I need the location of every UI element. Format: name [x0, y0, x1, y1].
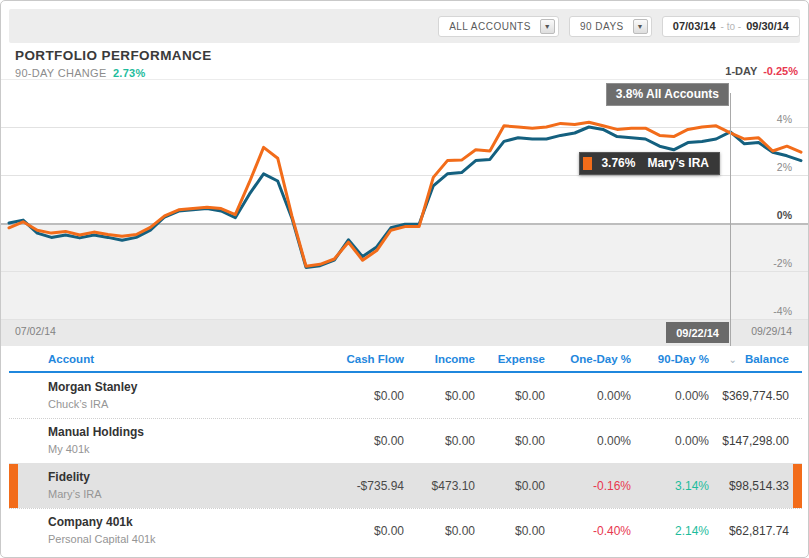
x-axis-end-date: 09/29/14: [751, 325, 792, 337]
date-range-picker[interactable]: 07/03/14 - to - 09/30/14: [662, 16, 800, 37]
account-cell: Company 401kPersonal Capital 401k: [48, 515, 324, 547]
value-cell: $0.00: [324, 389, 404, 403]
table-row[interactable]: Company 401kPersonal Capital 401k$0.00$0…: [9, 508, 802, 553]
account-name: Company 401k: [48, 515, 324, 530]
value-cell: -$735.94: [324, 479, 404, 493]
all-accounts-tooltip: 3.8% All Accounts: [606, 83, 729, 106]
account-subtitle: Mary’s IRA: [48, 487, 324, 502]
cursor-date-badge: 09/22/14: [666, 322, 729, 343]
account-cell: Morgan StanleyChuck’s IRA: [48, 380, 324, 412]
column-header-one-day-[interactable]: One-Day %: [545, 353, 631, 365]
date-to: 09/30/14: [746, 20, 789, 32]
account-name: Fidelity: [48, 470, 324, 485]
series-swatch-icon: [583, 157, 592, 170]
portfolio-performance-widget: ALL ACCOUNTS ▼ 90 DAYS ▼ 07/03/14 - to -…: [0, 0, 809, 558]
column-header-balance[interactable]: ⌄Balance: [709, 353, 789, 365]
performance-chart[interactable]: PORTFOLIO PERFORMANCE 90-DAY CHANGE 2.73…: [1, 43, 808, 346]
value-cell: $0.00: [324, 524, 404, 538]
range-dropdown-label: 90 DAYS: [580, 21, 624, 32]
marys-ira-tooltip: 3.76% Mary’s IRA: [579, 152, 720, 175]
chevron-down-icon[interactable]: ▼: [633, 19, 648, 34]
value-cell: $369,774.50: [709, 389, 789, 403]
value-cell: $0.00: [404, 524, 475, 538]
value-cell: $147,298.00: [709, 434, 789, 448]
value-cell: $98,514.33: [709, 479, 789, 493]
account-name: Manual Holdings: [48, 425, 324, 440]
value-cell: 0.00%: [631, 389, 709, 403]
account-cell: Manual HoldingsMy 401k: [48, 425, 324, 457]
value-cell: $0.00: [324, 434, 404, 448]
account-cell: FidelityMary’s IRA: [48, 470, 324, 502]
accounts-dropdown[interactable]: ALL ACCOUNTS ▼: [438, 16, 559, 37]
value-cell: -0.40%: [545, 524, 631, 538]
table-row[interactable]: Morgan StanleyChuck’s IRA$0.00$0.00$0.00…: [9, 373, 802, 418]
accounts-table: AccountCash FlowIncomeExpenseOne-Day %90…: [9, 346, 802, 553]
chart-header: PORTFOLIO PERFORMANCE 90-DAY CHANGE 2.73…: [15, 48, 212, 79]
all-accounts-tooltip-label: All Accounts: [646, 87, 719, 101]
y-axis-tick: -2%: [773, 257, 792, 270]
one-day-value: -0.25%: [763, 65, 798, 77]
sort-chevron-icon: ⌄: [729, 354, 737, 365]
toolbar: ALL ACCOUNTS ▼ 90 DAYS ▼ 07/03/14 - to -…: [9, 9, 800, 43]
table-row[interactable]: Manual HoldingsMy 401k$0.00$0.00$0.000.0…: [9, 418, 802, 463]
all-accounts-tooltip-value: 3.8%: [616, 87, 643, 101]
value-cell: $473.10: [404, 479, 475, 493]
series-line-mary-s-ira: [9, 122, 801, 266]
ninety-day-change-label: 90-DAY CHANGE: [15, 67, 107, 79]
range-dropdown[interactable]: 90 DAYS ▼: [569, 16, 652, 37]
account-name: Morgan Stanley: [48, 380, 324, 395]
value-cell: $0.00: [404, 434, 475, 448]
y-axis-tick: 0%: [777, 209, 792, 222]
value-cell: $0.00: [404, 389, 475, 403]
marys-ira-tooltip-label: Mary’s IRA: [647, 156, 709, 170]
value-cell: 3.14%: [631, 479, 709, 493]
ninety-day-change: 90-DAY CHANGE 2.73%: [15, 67, 212, 79]
value-cell: 0.00%: [631, 434, 709, 448]
column-header-expense[interactable]: Expense: [475, 353, 545, 365]
one-day-change: 1-DAY -0.25%: [725, 65, 798, 77]
chevron-down-icon[interactable]: ▼: [540, 19, 555, 34]
one-day-label: 1-DAY: [725, 65, 757, 77]
value-cell: $0.00: [475, 434, 545, 448]
accounts-dropdown-label: ALL ACCOUNTS: [449, 21, 531, 32]
value-cell: $0.00: [475, 524, 545, 538]
value-cell: 0.00%: [545, 389, 631, 403]
account-subtitle: My 401k: [48, 442, 324, 457]
value-cell: -0.16%: [545, 479, 631, 493]
value-cell: 0.00%: [545, 434, 631, 448]
column-header-income[interactable]: Income: [404, 353, 475, 365]
ninety-day-change-value: 2.73%: [113, 67, 146, 79]
series-line-all-accounts: [9, 127, 801, 267]
value-cell: $62,817.74: [709, 524, 789, 538]
value-cell: $0.00: [475, 479, 545, 493]
table-header: AccountCash FlowIncomeExpenseOne-Day %90…: [9, 346, 802, 373]
column-header-90-day-[interactable]: 90-Day %: [631, 353, 709, 365]
column-header-cash-flow[interactable]: Cash Flow: [324, 353, 404, 365]
marys-ira-tooltip-value: 3.76%: [601, 156, 635, 170]
value-cell: 2.14%: [631, 524, 709, 538]
account-subtitle: Chuck’s IRA: [48, 397, 324, 412]
value-cell: $0.00: [475, 389, 545, 403]
chart-cursor-line: [730, 93, 731, 346]
account-subtitle: Personal Capital 401k: [48, 532, 324, 547]
y-axis-tick: 4%: [777, 113, 792, 126]
date-separator: - to -: [721, 21, 742, 32]
column-header-account[interactable]: Account: [48, 353, 324, 365]
table-row[interactable]: FidelityMary’s IRA-$735.94$473.10$0.00-0…: [9, 463, 802, 508]
y-axis-tick: 2%: [777, 161, 792, 174]
chart-title: PORTFOLIO PERFORMANCE: [15, 48, 212, 63]
y-axis-tick: -4%: [773, 305, 792, 318]
date-from: 07/03/14: [673, 20, 716, 32]
x-axis-start-date: 07/02/14: [15, 325, 56, 337]
